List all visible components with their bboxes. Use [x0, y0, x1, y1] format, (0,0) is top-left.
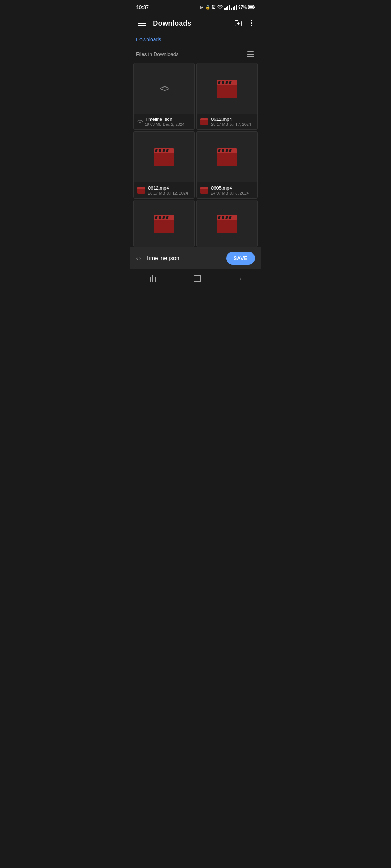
more-dots-icon	[250, 19, 253, 27]
file-thumbnail-2	[134, 132, 194, 182]
file-info-0: <> Timeline.json 19.03 MB Dec 2, 2024	[134, 114, 194, 129]
breadcrumb-link[interactable]: Downloads	[136, 37, 161, 42]
new-folder-button[interactable]	[232, 17, 245, 30]
file-card-5[interactable]	[196, 200, 258, 247]
clapperboard-small-icon-2	[137, 187, 145, 193]
files-grid: <> <> Timeline.json 19.03 MB Dec 2, 2024	[130, 63, 261, 247]
breadcrumb: Downloads	[130, 33, 261, 44]
svg-rect-5	[247, 56, 254, 57]
top-bar: Downloads	[130, 13, 261, 33]
status-time: 10:37	[136, 4, 149, 10]
file-meta-1: 0612.mp4 28.17 MB Jul 17, 2024	[211, 116, 251, 127]
filename-input[interactable]	[146, 254, 222, 263]
top-bar-left: Downloads	[136, 19, 192, 27]
file-thumbnail-1	[197, 63, 257, 114]
file-card-1[interactable]: 0612.mp4 28.17 MB Jul 17, 2024	[196, 63, 258, 130]
file-thumbnail-4	[134, 200, 194, 247]
system-nav-bar: ‹	[130, 269, 261, 289]
signal2-icon	[231, 5, 237, 10]
code-icon-large: <>	[160, 83, 169, 94]
save-button[interactable]: SAVE	[226, 252, 255, 265]
more-options-button[interactable]	[248, 17, 255, 29]
gmail-icon: M	[200, 5, 204, 10]
file-small-icon-2	[137, 187, 145, 193]
page-title: Downloads	[153, 19, 192, 27]
file-meta-2: 0612.mp4 28.17 MB Jul 12, 2024	[148, 185, 188, 195]
menu-button[interactable]	[136, 19, 147, 27]
file-details-0: 19.03 MB Dec 2, 2024	[145, 122, 184, 127]
home-icon	[194, 275, 201, 282]
file-thumbnail-3	[197, 132, 257, 182]
lock-icon: 🔒	[205, 5, 210, 10]
clapperboard-large-icon	[217, 80, 237, 97]
svg-rect-1	[249, 6, 253, 8]
file-card-3[interactable]: 0605.mp4 24.97 MB Jul 8, 2024	[196, 131, 258, 198]
new-folder-icon	[234, 19, 243, 27]
svg-rect-3	[247, 51, 254, 52]
file-card-2[interactable]: 0612.mp4 28.17 MB Jul 12, 2024	[133, 131, 195, 198]
recents-icon	[150, 275, 156, 282]
recents-button[interactable]	[150, 275, 156, 282]
svg-rect-2	[254, 6, 255, 8]
file-details-3: 24.97 MB Jul 8, 2024	[211, 191, 249, 195]
list-view-button[interactable]	[246, 50, 255, 59]
file-name-0: Timeline.json	[145, 116, 184, 122]
right-arrow-icon: ›	[139, 255, 141, 262]
left-arrow-icon: ‹	[136, 255, 138, 262]
clapperboard-large-icon-4	[154, 215, 174, 232]
file-info-2: 0612.mp4 28.17 MB Jul 12, 2024	[134, 182, 194, 198]
svg-rect-4	[247, 54, 254, 55]
clapperboard-large-icon-3	[217, 148, 237, 166]
code-icon-small: <>	[137, 118, 142, 124]
file-meta-3: 0605.mp4 24.97 MB Jul 8, 2024	[211, 185, 249, 195]
file-name-1: 0612.mp4	[211, 116, 251, 122]
file-info-3: 0605.mp4 24.97 MB Jul 8, 2024	[197, 182, 257, 198]
file-details-1: 28.17 MB Jul 17, 2024	[211, 122, 251, 127]
clapperboard-small-icon-3	[200, 187, 208, 193]
file-name-3: 0605.mp4	[211, 185, 249, 191]
file-meta-0: Timeline.json 19.03 MB Dec 2, 2024	[145, 116, 184, 127]
status-bar: 10:37 M 🔒 🖼 97%	[130, 0, 261, 13]
clapperboard-small-icon	[200, 118, 208, 125]
file-small-icon-0: <>	[137, 118, 142, 125]
section-title: Files in Downloads	[136, 51, 179, 57]
status-icons: M 🔒 🖼 97%	[200, 5, 255, 10]
file-info-1: 0612.mp4 28.17 MB Jul 17, 2024	[197, 114, 257, 129]
file-small-icon-1	[200, 118, 208, 125]
file-small-icon-3	[200, 187, 208, 193]
wifi-icon	[217, 5, 223, 10]
back-button[interactable]: ‹	[239, 275, 241, 282]
bottom-bar: ‹ › SAVE	[130, 247, 261, 269]
nav-arrows[interactable]: ‹ ›	[136, 255, 141, 262]
file-thumbnail-5	[197, 200, 257, 247]
section-header: Files in Downloads	[130, 44, 261, 63]
battery-percentage: 97%	[238, 5, 247, 10]
file-details-2: 28.17 MB Jul 12, 2024	[148, 191, 188, 195]
list-view-icon	[246, 50, 255, 59]
file-name-2: 0612.mp4	[148, 185, 188, 191]
file-thumbnail-0: <>	[134, 63, 194, 114]
home-button[interactable]	[194, 275, 201, 282]
file-card-4[interactable]	[133, 200, 195, 247]
clapperboard-large-icon-2	[154, 148, 174, 166]
battery-icon	[248, 5, 255, 10]
file-card-0[interactable]: <> <> Timeline.json 19.03 MB Dec 2, 2024	[133, 63, 195, 130]
signal-icon	[224, 5, 230, 10]
clapperboard-large-icon-5	[217, 215, 237, 232]
top-bar-actions	[232, 17, 255, 30]
gallery-icon: 🖼	[212, 5, 216, 9]
back-icon: ‹	[239, 275, 241, 282]
